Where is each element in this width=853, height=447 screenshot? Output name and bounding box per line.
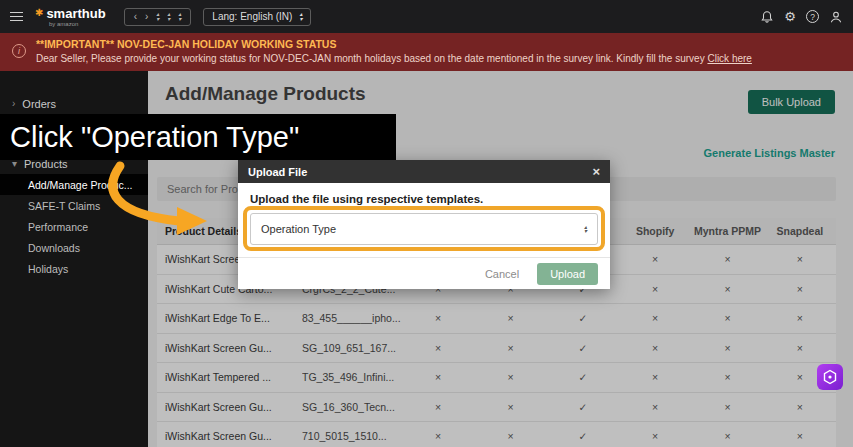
modal-footer: Cancel Upload [238,257,610,289]
brand-subtitle: by amazon [49,21,106,27]
stepper-icon[interactable]: ▴▾ [178,12,181,21]
modal-instruction: Upload the file using respective templat… [250,193,598,205]
chevron-right-icon[interactable]: › [145,12,148,22]
topbar: ✱ smarthub by amazon ‹ › ▴▾ ▴▾ ▴▾ Lang: … [0,0,853,33]
sidebar-item-label: SAFE-T Claims [28,200,100,212]
banner-text: Dear Seller, Please provide your working… [36,53,705,64]
cancel-button[interactable]: Cancel [485,268,519,280]
user-icon[interactable] [829,10,843,24]
chevron-left-icon[interactable]: ‹ [134,12,137,22]
stepper-icon[interactable]: ▴▾ [167,12,170,21]
sidebar-item-label: Orders [22,98,56,110]
chevron-right-icon: › [12,98,15,109]
menu-icon[interactable] [10,9,23,24]
brand-name: smarthub [46,7,105,20]
annotation-arrow-icon [95,158,225,238]
upload-button[interactable]: Upload [537,263,598,285]
sidebar-item-holidays[interactable]: Holidays [0,258,148,279]
sidebar-item-downloads[interactable]: Downloads [0,237,148,258]
sidebar-item-label: Holidays [28,263,68,275]
info-icon: i [12,44,26,58]
hexagon-icon [822,369,838,385]
app-window: ✱ smarthub by amazon ‹ › ▴▾ ▴▾ ▴▾ Lang: … [0,0,853,447]
modal-title: Upload File [248,166,307,178]
brand-logo[interactable]: ✱ smarthub by amazon [35,7,106,27]
annotation-callout: Click "Operation Type" [0,114,396,160]
modal-header: Upload File × [238,160,610,183]
holiday-notice-banner: i **IMPORTANT** NOV-DEC-JAN HOLIDAY WORK… [0,33,853,71]
bell-icon[interactable] [760,10,774,24]
annotation-highlight-box [243,206,605,251]
gear-icon[interactable]: ⚙ [784,10,796,23]
help-icon[interactable]: ? [806,10,819,23]
brand-star-icon: ✱ [35,8,43,18]
toolbar-steppers[interactable]: ‹ › ▴▾ ▴▾ ▴▾ [124,8,192,26]
select-carets-icon: ▴▾ [299,12,302,21]
extension-badge[interactable] [817,364,843,390]
banner-body: Dear Seller, Please provide your working… [36,53,843,64]
sidebar-item-orders[interactable]: › Orders [0,93,148,114]
sidebar-item-label: Performance [28,221,88,233]
banner-title: **IMPORTANT** NOV-DEC-JAN HOLIDAY WORKIN… [36,38,843,50]
close-icon[interactable]: × [592,164,600,179]
language-select[interactable]: Lang: English (IN) ▴▾ [203,8,311,26]
language-select-value: Lang: English (IN) [212,11,292,22]
stepper-icon[interactable]: ▴▾ [156,12,159,21]
banner-click-here-link[interactable]: Click here [707,53,751,64]
sidebar-item-label: Downloads [28,242,80,254]
